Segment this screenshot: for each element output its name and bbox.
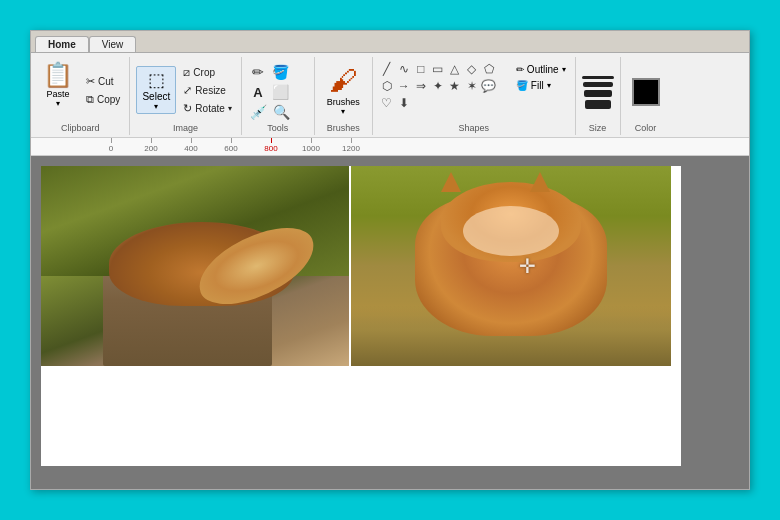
paint-window: Home View 📋 Paste ▾ ✂ Cut ⧉ C (30, 30, 750, 490)
size-group: Size (576, 57, 621, 135)
text-button[interactable]: A (248, 84, 268, 101)
rect-shape[interactable]: □ (413, 61, 429, 77)
image-group: ⬚ Select ▾ ⧄ Crop ⤢ Resize ↻ Rotate (130, 57, 241, 135)
eyedropper-icon: 💉 (250, 105, 267, 119)
paste-label: Paste (46, 89, 69, 99)
crop-button[interactable]: ⧄ Crop (180, 65, 234, 80)
copy-button[interactable]: ⧉ Copy (83, 92, 123, 107)
brushes-icon: 🖌 (329, 64, 357, 97)
arrow-right-shape[interactable]: → (396, 78, 412, 94)
fox-right-image: ✛ (349, 166, 671, 366)
ruler-mark-0: 0 (91, 138, 131, 153)
fill-tool-button[interactable]: 🪣 (270, 63, 291, 81)
clipboard-group: 📋 Paste ▾ ✂ Cut ⧉ Copy Clipboard (31, 57, 130, 135)
callout-shape[interactable]: 💬 (481, 78, 497, 94)
arrow-shape[interactable]: ⇒ (413, 78, 429, 94)
outline-button[interactable]: ✏ Outline ▾ (513, 63, 569, 76)
resize-icon: ⤢ (183, 84, 192, 97)
rotate-button[interactable]: ↻ Rotate ▾ (180, 101, 234, 116)
select-button[interactable]: ⬚ Select ▾ (136, 66, 176, 114)
tools-label: Tools (267, 121, 288, 133)
star6-shape[interactable]: ✶ (464, 78, 480, 94)
brushes-label-group: Brushes (327, 121, 360, 133)
color-label: Color (635, 121, 657, 133)
fill-shape-icon: 🪣 (516, 80, 528, 91)
ribbon: 📋 Paste ▾ ✂ Cut ⧉ Copy Clipboard (31, 53, 749, 138)
crop-icon: ⧄ (183, 66, 190, 79)
magnify-icon: 🔍 (273, 105, 290, 119)
brushes-label: Brushes (327, 97, 360, 107)
view-tab[interactable]: View (89, 36, 137, 52)
fox-images: ✛ (41, 166, 681, 366)
size-line-3[interactable] (584, 90, 612, 97)
pencil-icon: ✏ (252, 65, 264, 79)
ruler: 0 200 400 600 800 1000 (31, 138, 749, 156)
tools-group: ✏ 🪣 A ⬜ 💉 🔍 Tools (242, 57, 315, 135)
outline-icon: ✏ (516, 64, 524, 75)
star5-shape[interactable]: ★ (447, 78, 463, 94)
diamond-shape[interactable]: ◇ (464, 61, 480, 77)
shapes-label: Shapes (458, 121, 489, 133)
ruler-mark-200: 200 (131, 138, 171, 153)
size-line-2[interactable] (583, 82, 613, 87)
magnify-button[interactable]: 🔍 (271, 103, 292, 121)
eyedropper-button[interactable]: 💉 (248, 103, 269, 121)
cut-button[interactable]: ✂ Cut (83, 74, 123, 89)
ruler-mark-1200: 1200 (331, 138, 371, 153)
size-label: Size (589, 121, 607, 133)
copy-icon: ⧉ (86, 93, 94, 106)
ruler-mark-400: 400 (171, 138, 211, 153)
rect-filled-shape[interactable]: ▭ (430, 61, 446, 77)
active-color-swatch[interactable] (632, 78, 660, 106)
triangle-shape[interactable]: △ (447, 61, 463, 77)
brushes-group: 🖌 Brushes ▾ Brushes (315, 57, 373, 135)
fox-left-image (41, 166, 349, 366)
hexagon-shape[interactable]: ⬡ (379, 78, 395, 94)
shapes-group: ╱ ∿ □ ▭ △ ◇ ⬠ ⬡ → ⇒ ✦ ★ ✶ 💬 ♡ ⬇ (373, 57, 576, 135)
image-label: Image (173, 121, 198, 133)
ruler-mark-600: 600 (211, 138, 251, 153)
paint-canvas[interactable]: ✛ (41, 166, 681, 386)
rotate-icon: ↻ (183, 102, 192, 115)
size-line-4[interactable] (585, 100, 611, 109)
ruler-mark-800: 800 (251, 138, 291, 153)
paste-icon: 📋 (43, 61, 73, 89)
fill-shape-button[interactable]: 🪣 Fill ▾ (513, 79, 569, 92)
text-icon: A (253, 86, 262, 99)
resize-button[interactable]: ⤢ Resize (180, 83, 234, 98)
home-tab[interactable]: Home (35, 36, 89, 52)
canvas-white-bottom[interactable] (41, 386, 681, 466)
canvas-area[interactable]: ✛ (31, 156, 749, 489)
star4-shape[interactable]: ✦ (430, 78, 446, 94)
pencil-button[interactable]: ✏ (248, 63, 268, 81)
heart-shape[interactable]: ♡ (379, 95, 395, 111)
clipboard-label: Clipboard (61, 121, 100, 133)
select-label: Select (142, 91, 170, 102)
pentagon-shape[interactable]: ⬠ (481, 61, 497, 77)
paste-button[interactable]: 📋 Paste ▾ (37, 59, 79, 121)
select-icon: ⬚ (148, 69, 165, 91)
brushes-button[interactable]: 🖌 Brushes ▾ (321, 62, 366, 118)
eraser-icon: ⬜ (272, 85, 289, 99)
fill-icon: 🪣 (272, 65, 289, 79)
tab-bar: Home View (31, 31, 749, 53)
ruler-marks: 0 200 400 600 800 1000 (31, 138, 371, 153)
ruler-mark-1000: 1000 (291, 138, 331, 153)
eraser-button[interactable]: ⬜ (270, 83, 291, 101)
line-shape[interactable]: ╱ (379, 61, 395, 77)
scroll-shape[interactable]: ⬇ (396, 95, 412, 111)
size-line-1[interactable] (582, 76, 614, 79)
cut-icon: ✂ (86, 75, 95, 88)
color-group: Color (621, 57, 671, 135)
curve-shape[interactable]: ∿ (396, 61, 412, 77)
